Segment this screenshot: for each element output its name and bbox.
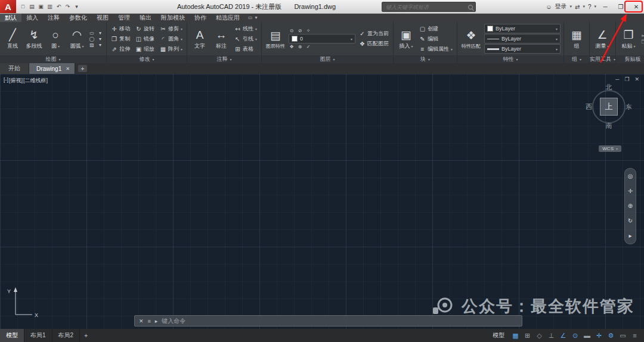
help-chevron-icon[interactable]: ▾ (594, 4, 596, 9)
panel-label-layers[interactable]: 图层 ▾ (262, 55, 393, 63)
panel-label-groups[interactable]: 组 ▾ (564, 55, 589, 63)
ribbon-tab-view[interactable]: 视图 (92, 13, 113, 22)
table-tool-button[interactable]: ⊞表格 (233, 44, 258, 54)
close-button[interactable]: ✕ (628, 0, 644, 13)
undo-icon[interactable]: ↶ (55, 4, 63, 10)
signin-chevron-icon[interactable]: ▾ (570, 4, 572, 9)
ribbon-tab-addins[interactable]: 附加模块 (156, 13, 190, 22)
ribbon-tab-parametric[interactable]: 参数化 (64, 13, 92, 22)
dimension-tool-button[interactable]: ↔ 标注 (212, 27, 231, 51)
stretch-tool-button[interactable]: ⇗拉伸 (110, 44, 131, 54)
panel-label-annotate[interactable]: 注释 ▾ (187, 55, 261, 63)
viewport-close-icon[interactable]: ✕ (634, 76, 639, 82)
linetype-dropdown[interactable]: ByLayer ▾ (484, 34, 561, 43)
object-snap-icon[interactable]: ⊙ (569, 329, 581, 342)
new-drawing-button[interactable]: + (78, 65, 87, 72)
infer-constraints-icon[interactable]: ◇ (534, 329, 545, 342)
layer-freeze-icon[interactable]: ⊘ (297, 28, 303, 33)
layer-dropdown[interactable]: 0 ▾ (289, 34, 355, 43)
cut-icon[interactable]: ✂ (640, 33, 644, 39)
text-tool-button[interactable]: A 文字 (190, 27, 209, 51)
drawing1-tab[interactable]: Drawing1 ✕ (29, 63, 75, 74)
clean-screen-icon[interactable]: ▭ (617, 329, 628, 342)
layer-current-icon[interactable]: ✓ (305, 44, 311, 49)
panel-label-utilities[interactable]: 实用工具 ▾ (590, 55, 615, 63)
viewport-restore-icon[interactable]: ❐ (624, 76, 629, 82)
set-current-layer-button[interactable]: ✓置为当前 (358, 29, 390, 39)
save-icon[interactable]: ▣ (37, 4, 45, 10)
pan-icon[interactable]: ✛ (628, 188, 633, 194)
ribbon-tab-insert[interactable]: 插入 (21, 13, 43, 22)
ribbon-tab-collaborate[interactable]: 协作 (190, 13, 211, 22)
qat-customize-chevron-icon[interactable]: ▾ (73, 4, 80, 10)
recent-commands-icon[interactable]: ▸ (155, 318, 158, 324)
leader-tool-button[interactable]: ↖引线▾ (233, 34, 258, 43)
layer-properties-button[interactable]: ▤ 图层特性 (265, 28, 286, 50)
view-control[interactable]: [俯视] (9, 77, 23, 85)
viewcube-north[interactable]: 北 (606, 83, 612, 92)
ribbon-tab-output[interactable]: 输出 (135, 13, 156, 22)
show-motion-icon[interactable]: ▸ (628, 233, 631, 239)
layer-new-icon[interactable]: ⊕ (297, 44, 303, 49)
panel-label-properties[interactable]: 特性 ▾ (457, 55, 564, 63)
linear-dimension-button[interactable]: ↤线性▾ (233, 24, 258, 33)
app-store-icon[interactable]: ⇄ (575, 4, 580, 10)
ribbon-tab-featured-apps[interactable]: 精选应用 (211, 13, 244, 22)
ortho-mode-icon[interactable]: ⊥ (546, 329, 557, 342)
edit-block-button[interactable]: ✎编辑 (418, 34, 454, 43)
layer-on-icon[interactable]: ⊙ (289, 28, 295, 33)
polyline-tool-button[interactable]: ↯ 多段线 (24, 27, 44, 51)
dynamic-input-icon[interactable]: ✛ (593, 329, 605, 342)
ribbon-tab-annotate[interactable]: 注释 (43, 13, 64, 22)
hatch-icon[interactable]: ▨ (89, 42, 95, 48)
viewcube[interactable]: 北 南 西 东 上 (586, 83, 632, 130)
store-chevron-icon[interactable]: ▾ (583, 4, 585, 9)
full-navigation-wheel-icon[interactable]: ◎ (628, 173, 633, 179)
signin-label[interactable]: 登录 (555, 2, 567, 11)
customization-menu-icon[interactable]: ≡ (629, 329, 640, 342)
layer-lock-icon[interactable]: ✧ (305, 28, 311, 33)
viewport-minimize-icon[interactable]: ─ (615, 76, 619, 82)
open-icon[interactable]: ▤ (28, 4, 36, 10)
layout1-tab[interactable]: 布局1 (24, 329, 52, 342)
workspace-gear-icon[interactable]: ⚙ (605, 329, 617, 342)
create-block-button[interactable]: ▢创建 (418, 24, 454, 33)
match-layer-button[interactable]: ❖匹配图层 (358, 39, 390, 49)
lineweight-dropdown[interactable]: ByLayer ▾ (484, 44, 561, 54)
wcs-dropdown[interactable]: WCS ▾ (599, 145, 621, 152)
array-tool-button[interactable]: ▦阵列▾ (159, 44, 184, 54)
viewcube-east[interactable]: 东 (626, 102, 632, 111)
help-icon[interactable]: ? (588, 4, 592, 10)
panel-label-draw[interactable]: 绘图 ▾ (0, 55, 106, 63)
snap-mode-icon[interactable]: ⊞ (522, 329, 533, 342)
new-icon[interactable]: □ (19, 4, 27, 10)
ribbon-display-chevron-icon[interactable]: ▾ (255, 15, 258, 20)
account-person-icon[interactable]: ☺ (546, 4, 552, 10)
grid-icon[interactable]: ▦ (510, 329, 521, 342)
panel-label-clipboard[interactable]: 剪贴板 (616, 55, 644, 63)
ribbon-display-toggle-icon[interactable]: ▭ (248, 15, 253, 20)
measure-tool-button[interactable]: ∠ 测量▾ (593, 27, 612, 51)
trim-tool-button[interactable]: ✂修剪▾ (159, 24, 184, 33)
search-icon[interactable] (468, 5, 473, 10)
maximize-button[interactable]: ❐ (613, 0, 628, 13)
visual-style-control[interactable]: [二维线框] (23, 77, 48, 85)
ribbon-tab-manage[interactable]: 管理 (113, 13, 135, 22)
minimize-button[interactable]: ─ (597, 0, 613, 13)
viewcube-west[interactable]: 西 (586, 102, 592, 111)
fillet-tool-button[interactable]: ◜圆角▾ (159, 34, 184, 43)
help-search-box[interactable] (382, 2, 476, 12)
app-menu-button[interactable]: A (0, 0, 16, 13)
paste-tool-button[interactable]: ❐ 粘贴▾ (619, 27, 638, 51)
line-tool-button[interactable]: ╱ 直线 (3, 27, 22, 51)
copy-tool-button[interactable]: ❐复制 (110, 34, 131, 43)
edit-attributes-button[interactable]: ≡编辑属性▾ (418, 44, 454, 54)
viewcube-top-face[interactable]: 上 (600, 98, 618, 116)
start-tab[interactable]: 开始 (0, 63, 29, 74)
model-layout-tab[interactable]: 模型 (0, 329, 24, 342)
panel-label-modify[interactable]: 修改 ▾ (107, 55, 187, 63)
match-properties-button[interactable]: ❖ 特性匹配 (460, 28, 482, 50)
orbit-icon[interactable]: ↻ (628, 218, 633, 224)
command-customize-icon[interactable]: ≡ (148, 318, 151, 324)
search-input[interactable] (385, 4, 466, 11)
